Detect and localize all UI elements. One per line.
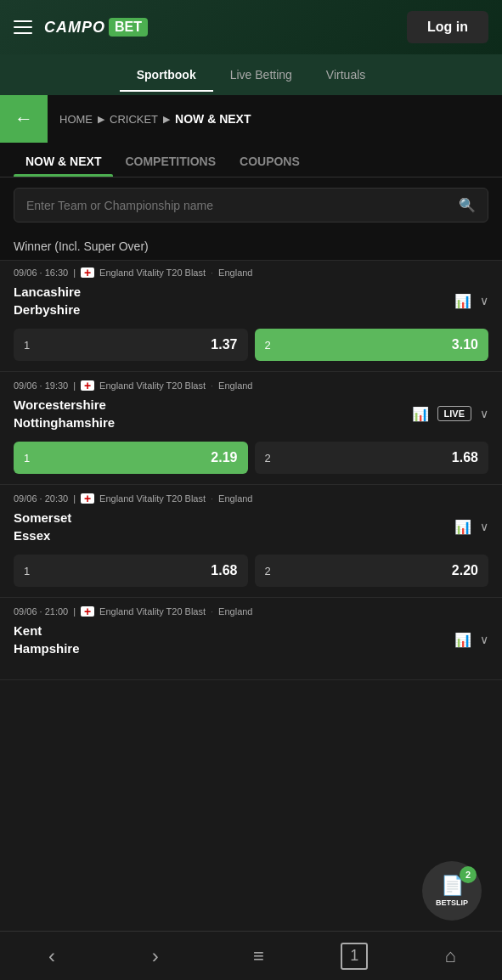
- competition-name: England Vitality T20 Blast: [99, 606, 206, 617]
- match-date-time: 09/06 · 16:30: [14, 268, 68, 278]
- country-name: England: [218, 268, 252, 278]
- stats-icon[interactable]: 📊: [454, 632, 471, 648]
- tab-sportbook[interactable]: Sportbook: [120, 58, 213, 92]
- match-date-time: 09/06 · 20:30: [14, 493, 68, 504]
- match-teams: LancashireDerbyshire 📊 ∨: [0, 281, 502, 324]
- match-card: 09/06 · 20:30 | England Vitality T20 Bla…: [0, 487, 502, 598]
- sub-tab-coupons[interactable]: COUPONS: [228, 143, 312, 177]
- match-meta: 09/06 · 16:30 | England Vitality T20 Bla…: [0, 261, 502, 281]
- search-input[interactable]: [26, 199, 459, 212]
- competition-name: England Vitality T20 Blast: [99, 380, 206, 391]
- match-meta: 09/06 · 20:30 | England Vitality T20 Bla…: [0, 487, 502, 507]
- england-flag-icon: [81, 493, 94, 504]
- hamburger-menu[interactable]: [14, 20, 32, 34]
- logo: CAMPO BET: [44, 18, 148, 37]
- chevron-down-icon[interactable]: ∨: [480, 520, 488, 533]
- odds-button-1[interactable]: 1 2.19: [14, 442, 248, 474]
- odds-label-2: 2: [265, 339, 271, 352]
- search-icon: 🔍: [459, 197, 476, 213]
- odds-value-1: 1.68: [211, 563, 237, 578]
- match-meta: 09/06 · 21:00 | England Vitality T20 Bla…: [0, 600, 502, 620]
- header-left: CAMPO BET: [14, 18, 148, 37]
- dot-separator: ·: [211, 606, 213, 617]
- odds-label-1: 1: [24, 452, 30, 465]
- dot-separator: ·: [211, 380, 213, 391]
- odds-value-1: 1.37: [211, 337, 237, 352]
- match-actions: 📊 ∨: [454, 632, 488, 648]
- search-input-wrap[interactable]: 🔍: [14, 188, 488, 222]
- match-teams: KentHampshire 📊 ∨: [0, 620, 502, 662]
- bottom-nav: ‹ › ≡ 1 ⌂: [0, 931, 502, 980]
- odds-button-2[interactable]: 2 1.68: [255, 442, 489, 474]
- breadcrumb-home[interactable]: HOME: [59, 113, 93, 126]
- odds-label-2: 2: [265, 565, 271, 577]
- odds-button-1[interactable]: 1 1.68: [14, 555, 248, 587]
- stats-icon[interactable]: 📊: [454, 519, 471, 535]
- odds-value-2: 1.68: [452, 450, 478, 465]
- sub-tab-competitions[interactable]: COMPETITIONS: [113, 143, 228, 177]
- back-arrow-icon: ←: [14, 108, 33, 130]
- sub-tabs: NOW & NEXT COMPETITIONS COUPONS: [0, 143, 502, 177]
- country-name: England: [218, 606, 252, 617]
- competition-name: England Vitality T20 Blast: [99, 493, 206, 504]
- pipe-separator: |: [73, 268, 76, 278]
- tab-live-betting[interactable]: Live Betting: [213, 58, 309, 92]
- match-actions: 📊 ∨: [454, 293, 488, 309]
- nav-tabs: Sportbook Live Betting Virtuals: [0, 54, 502, 95]
- odds-button-2[interactable]: 2 3.10: [255, 329, 489, 361]
- betslip-button[interactable]: 2 📄 BETSLIP: [422, 861, 482, 921]
- dot-separator: ·: [211, 268, 213, 278]
- breadcrumb-arrow-2: ▶: [163, 114, 170, 125]
- odds-row: 1 1.37 2 3.10: [0, 324, 502, 371]
- dot-separator: ·: [211, 493, 213, 504]
- breadcrumb-current: NOW & NEXT: [175, 112, 251, 126]
- login-button[interactable]: Log in: [407, 11, 488, 43]
- odds-value-2: 2.20: [452, 563, 478, 578]
- odds-label-2: 2: [265, 452, 271, 465]
- live-badge: LIVE: [437, 406, 471, 421]
- match-card: 09/06 · 21:00 | England Vitality T20 Bla…: [0, 600, 502, 680]
- team-names: KentHampshire: [14, 622, 80, 657]
- nav-back-button[interactable]: ‹: [31, 935, 73, 977]
- nav-forward-button[interactable]: ›: [134, 935, 177, 977]
- search-bar: 🔍: [0, 177, 502, 233]
- stats-icon[interactable]: 📊: [454, 293, 471, 309]
- england-flag-icon: [81, 268, 94, 278]
- odds-label-1: 1: [24, 339, 30, 352]
- odds-label-1: 1: [24, 565, 30, 577]
- odds-button-2[interactable]: 2 2.20: [255, 555, 489, 587]
- odds-value-1: 2.19: [211, 450, 237, 465]
- match-teams: WorcestershireNottinghamshire 📊 LIVE ∨: [0, 394, 502, 436]
- sub-tab-now-next[interactable]: NOW & NEXT: [14, 143, 113, 177]
- match-card: 09/06 · 16:30 | England Vitality T20 Bla…: [0, 261, 502, 372]
- chevron-down-icon[interactable]: ∨: [480, 407, 488, 420]
- england-flag-icon: [81, 380, 94, 391]
- app-header: CAMPO BET Log in: [0, 0, 502, 54]
- odds-button-1[interactable]: 1 1.37: [14, 329, 248, 361]
- tab-virtuals[interactable]: Virtuals: [309, 58, 382, 92]
- team-names: LancashireDerbyshire: [14, 283, 81, 318]
- match-meta: 09/06 · 19:30 | England Vitality T20 Bla…: [0, 374, 502, 394]
- team-names: WorcestershireNottinghamshire: [14, 396, 115, 431]
- nav-home-button[interactable]: ⌂: [429, 935, 471, 977]
- nav-tab-button[interactable]: 1: [341, 943, 368, 970]
- breadcrumb-cricket[interactable]: CRICKET: [110, 113, 158, 126]
- breadcrumb-bar: ← HOME ▶ CRICKET ▶ NOW & NEXT: [0, 95, 502, 143]
- breadcrumb: HOME ▶ CRICKET ▶ NOW & NEXT: [48, 112, 263, 126]
- odds-row: 1 2.19 2 1.68: [0, 436, 502, 484]
- team-names: SomersetEssex: [14, 509, 71, 544]
- country-name: England: [218, 493, 252, 504]
- logo-bet-text: BET: [109, 18, 148, 37]
- betslip-label: BETSLIP: [436, 898, 468, 907]
- chevron-down-icon[interactable]: ∨: [480, 633, 488, 646]
- country-name: England: [218, 380, 252, 391]
- match-actions: 📊 LIVE ∨: [412, 406, 488, 422]
- match-date-time: 09/06 · 19:30: [14, 380, 68, 391]
- nav-menu-button[interactable]: ≡: [237, 935, 279, 977]
- section-label: Winner (Incl. Super Over): [0, 233, 502, 261]
- chevron-down-icon[interactable]: ∨: [480, 294, 488, 307]
- match-teams: SomersetEssex 📊 ∨: [0, 507, 502, 549]
- stats-icon[interactable]: 📊: [412, 406, 429, 422]
- back-button[interactable]: ←: [0, 95, 48, 143]
- pipe-separator: |: [73, 606, 76, 617]
